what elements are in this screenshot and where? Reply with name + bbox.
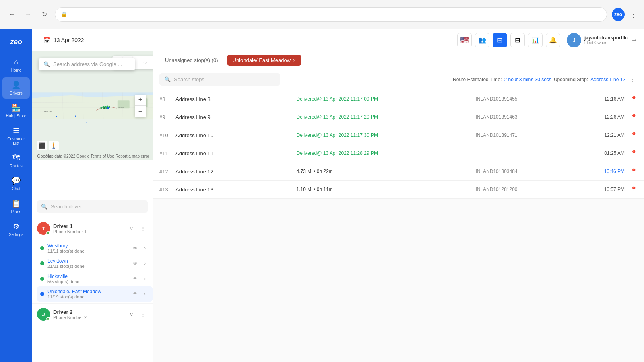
stop-pin-icon-3: 📍 (630, 150, 637, 156)
zoom-out-button[interactable]: − (135, 106, 146, 117)
stop-address-0: Address Line 8 (175, 96, 292, 102)
driver-search-input[interactable] (51, 204, 144, 210)
driver-search-box[interactable]: 🔍 (37, 200, 148, 213)
driver-more-btn-1[interactable]: ⋮ (138, 309, 148, 319)
sidebar-item-routes[interactable]: 🗺 Routes (2, 150, 30, 171)
bell-button[interactable]: 🔔 (546, 33, 560, 47)
map-person-btn[interactable]: 🚶 (49, 141, 59, 150)
stop-status-1: Delivered@ 13 Apr 2022 11:17:20 PM (297, 114, 471, 120)
url-bar[interactable]: 🔒 (55, 7, 607, 22)
plans-icon: 📋 (12, 199, 21, 208)
browser-menu-icon[interactable]: ⋮ (630, 10, 638, 19)
driver-info-1: Driver 2 Phone Number 2 (53, 309, 124, 320)
route-estimate: Route Estimated Time: 2 hour 3 mins 30 s… (453, 75, 638, 84)
back-button[interactable]: ← (6, 9, 18, 20)
bell-icon: 🔔 (549, 36, 557, 44)
route-arrow-btn-0-0[interactable]: › (140, 244, 149, 253)
driver-entry-0: T Driver 1 Phone Number 1 ∨ ⋮ Westbury 1… (32, 218, 153, 304)
sidebar-item-settings[interactable]: ⚙ Settings (2, 219, 30, 240)
table-row[interactable]: #11 Address Line 11 Delivered@ 13 Apr 20… (153, 144, 644, 162)
stops-search-box[interactable]: 🔍 (159, 73, 280, 86)
flag-button[interactable]: 🇺🇸 (457, 33, 472, 47)
stop-address-1: Address Line 9 (175, 114, 292, 120)
table-row[interactable]: #13 Address Line 13 1.10 Mi • 0h 11m INL… (153, 181, 644, 199)
route-eye-btn-0-3[interactable]: 👁 (131, 290, 140, 298)
grid-button[interactable]: ⊞ (493, 33, 507, 47)
stop-num-5: #13 (159, 187, 171, 193)
map-background: 8 9 10 11 New York West Babylon (32, 51, 153, 160)
table-button[interactable]: ⊟ (510, 33, 525, 47)
route-eye-btn-0-2[interactable]: 👁 (131, 274, 140, 283)
table-row[interactable]: #12 Address Line 12 4.73 Mi • 0h 22m INL… (153, 162, 644, 181)
map-street-view-btn[interactable]: ⬛ (37, 141, 47, 150)
more-options-button[interactable]: ⋮ (628, 75, 638, 84)
people-button[interactable]: 👥 (475, 33, 489, 47)
route-actions-0-1: 👁 › (131, 259, 149, 268)
route-estimate-value[interactable]: 2 hour 3 mins 30 secs (504, 77, 551, 82)
stop-time-1: 12:26 AM (597, 114, 625, 120)
map-search-input[interactable] (53, 61, 130, 67)
forward-button[interactable]: → (23, 9, 34, 20)
stop-pin-0: 📍 (630, 96, 638, 102)
stop-num-1: #9 (159, 114, 171, 120)
stops-panel: Unassigned stop(s) (0) Uniondale/ East M… (153, 51, 644, 362)
route-stops-0-0: 11/11 stop(s) done (47, 249, 128, 253)
route-details-0-1: Levittown 21/21 stop(s) done (47, 258, 128, 269)
chart-icon: 📊 (531, 36, 539, 44)
app-container: zeo ⌂ Home 👤 Drivers 🏪 Hub | Store ☰ Cus… (0, 29, 644, 362)
stop-num-2: #10 (159, 132, 171, 138)
route-stops-0-3: 11/19 stop(s) done (47, 294, 128, 299)
driver-expand-btn-0[interactable]: ∨ (127, 224, 136, 233)
table-row[interactable]: #8 Address Line 8 Delivered@ 13 Apr 2022… (153, 90, 644, 108)
stops-search-input[interactable] (174, 76, 275, 82)
sidebar-item-customer-list[interactable]: ☰ Customer List (2, 123, 30, 149)
route-name-0-1: Levittown (47, 258, 128, 264)
route-item-0-3[interactable]: Uniondale/ East Meadow 11/19 stop(s) don… (37, 286, 153, 302)
sidebar-item-hub-store[interactable]: 🏪 Hub | Store (2, 100, 30, 121)
user-info: J jayautotransportllc Fleet Owner → (564, 33, 638, 47)
chart-button[interactable]: 📊 (528, 33, 543, 47)
map-search-box[interactable]: 🔍 (39, 58, 135, 70)
tab-close-button[interactable]: × (293, 58, 296, 63)
route-eye-btn-0-0[interactable]: 👁 (131, 244, 140, 253)
driver-expand-btn-1[interactable]: ∨ (127, 309, 136, 319)
driver-name-0: Driver 1 (53, 223, 124, 229)
svg-text:West Babylon: West Babylon (118, 107, 124, 108)
route-stops-0-1: 21/21 stop(s) done (47, 264, 128, 269)
status-dot-0 (46, 231, 50, 235)
stops-search-bar: 🔍 Route Estimated Time: 2 hour 3 mins 30… (153, 69, 644, 90)
driver-actions-0: ∨ ⋮ (127, 224, 148, 233)
stop-pin-5: 📍 (630, 186, 638, 193)
svg-point-18 (103, 107, 105, 109)
driver-header-0[interactable]: T Driver 1 Phone Number 1 ∨ ⋮ (32, 218, 153, 239)
sidebar-item-home[interactable]: ⌂ Home (2, 55, 30, 76)
customer-list-icon: ☰ (13, 126, 19, 135)
route-item-0-2[interactable]: Hicksville 5/5 stop(s) done 👁 › (37, 271, 153, 286)
sidebar-item-plans[interactable]: 📋 Plans (2, 196, 30, 217)
table-row[interactable]: #9 Address Line 9 Delivered@ 13 Apr 2022… (153, 108, 644, 126)
table-row[interactable]: #10 Address Line 10 Delivered@ 13 Apr 20… (153, 126, 644, 144)
sidebar-item-drivers[interactable]: 👤 Drivers (2, 77, 30, 99)
upcoming-stop-link[interactable]: Address Line 12 (590, 77, 625, 82)
zoom-in-button[interactable]: + (135, 95, 146, 106)
stop-id-5: INLAND101281200 (475, 187, 592, 192)
driver-more-btn-0[interactable]: ⋮ (138, 224, 148, 233)
route-stops-0-2: 5/5 stop(s) done (47, 279, 128, 284)
route-name-0-2: Hicksville (47, 274, 128, 279)
route-arrow-btn-0-2[interactable]: › (140, 274, 149, 283)
driver-header-1[interactable]: J Driver 2 Phone Number 2 ∨ ⋮ (32, 304, 153, 325)
unassigned-tab[interactable]: Unassigned stop(s) (0) (159, 55, 224, 66)
route-arrow-btn-0-1[interactable]: › (140, 259, 149, 268)
route-item-0-0[interactable]: Westbury 11/11 stop(s) done 👁 › (37, 241, 153, 256)
route-actions-0-3: 👁 › (131, 290, 149, 298)
user-arrow-icon[interactable]: → (631, 37, 638, 44)
route-eye-btn-0-1[interactable]: 👁 (131, 259, 140, 268)
sidebar-item-chat[interactable]: 💬 Chat (2, 173, 30, 194)
circle-tool[interactable]: ○ (140, 58, 149, 67)
route-item-0-1[interactable]: Levittown 21/21 stop(s) done 👁 › (37, 256, 153, 271)
reload-button[interactable]: ↻ (39, 9, 50, 20)
browser-chrome: ← → ↻ 🔒 zeo ⋮ (0, 0, 644, 29)
active-route-tab[interactable]: Uniondale/ East Meadow × (227, 55, 302, 66)
driver-actions-1: ∨ ⋮ (127, 309, 148, 319)
route-arrow-btn-0-3[interactable]: › (140, 290, 149, 298)
